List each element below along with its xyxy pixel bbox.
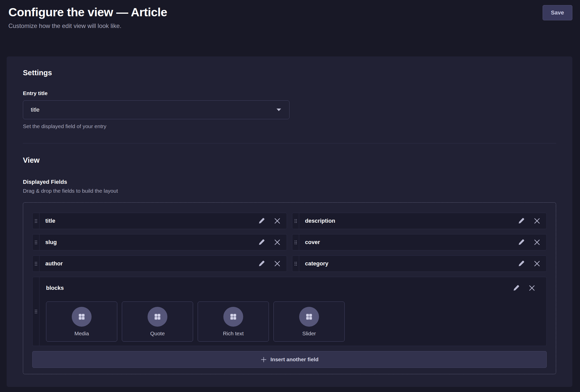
field-actions (512, 284, 541, 292)
field-actions (517, 234, 546, 250)
fields-drop-zone: title (23, 202, 556, 374)
grid-icon (154, 313, 161, 321)
close-icon (529, 285, 535, 291)
edit-field-button[interactable] (512, 284, 520, 292)
insert-another-field-label: Insert another field (270, 356, 318, 363)
settings-heading: Settings (23, 69, 556, 77)
grid-icon (305, 313, 313, 321)
component-label: Quote (150, 330, 165, 337)
drag-dots-icon (35, 240, 37, 245)
component-circle (299, 307, 319, 327)
close-icon (534, 218, 540, 224)
drag-dots-icon (294, 262, 297, 266)
field-row-title: title (32, 213, 287, 229)
fields-grid: title (32, 213, 547, 272)
drag-dots-icon (35, 309, 37, 314)
page-header-text: Configure the view — Article Customize h… (8, 5, 167, 29)
component-card-rich-text[interactable]: Rich text (198, 301, 269, 342)
field-row-slug: slug (32, 234, 287, 250)
component-card-media[interactable]: Media (46, 301, 117, 342)
component-label: Media (74, 330, 89, 337)
pencil-icon (518, 239, 525, 246)
section-divider (23, 143, 556, 143)
component-label: Rich text (223, 330, 244, 337)
field-name: category (299, 256, 517, 272)
edit-field-button[interactable] (257, 238, 266, 247)
remove-field-button[interactable] (533, 259, 541, 268)
remove-field-button[interactable] (533, 238, 541, 247)
remove-field-button[interactable] (273, 217, 282, 225)
component-card-quote[interactable]: Quote (122, 301, 193, 342)
edit-field-button[interactable] (517, 217, 526, 225)
grid-icon (78, 313, 85, 321)
field-name: title (39, 213, 257, 229)
view-section: View Displayed Fields Drag & drop the fi… (23, 156, 556, 374)
edit-field-button[interactable] (517, 238, 526, 247)
field-row-blocks: blocks (32, 277, 547, 346)
drag-dots-icon (294, 219, 297, 223)
insert-another-field-button[interactable]: Insert another field (32, 351, 547, 368)
field-actions (517, 213, 546, 229)
displayed-fields-heading: Displayed Fields (23, 179, 556, 185)
component-cards: Media Quote (46, 301, 541, 342)
field-row-description: description (292, 213, 547, 229)
component-circle (223, 307, 243, 327)
blocks-content: blocks (39, 277, 546, 346)
pencil-icon (258, 218, 265, 224)
edit-field-button[interactable] (257, 217, 266, 225)
component-circle (148, 307, 167, 327)
drag-handle-icon[interactable] (33, 277, 39, 346)
settings-section: Settings Entry title title Set the displ… (23, 69, 556, 129)
field-actions (257, 213, 287, 229)
component-label: Slider (302, 330, 316, 337)
edit-field-button[interactable] (517, 259, 526, 268)
pencil-icon (518, 260, 525, 267)
close-icon (534, 260, 540, 267)
field-name: author (39, 256, 257, 272)
field-name: cover (299, 234, 517, 250)
edit-field-button[interactable] (257, 259, 266, 268)
plus-icon (260, 356, 267, 363)
save-button[interactable]: Save (543, 5, 572, 20)
field-actions (257, 234, 287, 250)
drag-handle-icon[interactable] (33, 213, 39, 229)
blocks-header: blocks (46, 284, 541, 292)
displayed-fields-hint: Drag & drop the fields to build the layo… (23, 188, 556, 194)
field-row-category: category (292, 255, 547, 272)
pencil-icon (258, 239, 265, 246)
field-name: blocks (46, 285, 64, 291)
entry-title-select-value: title (31, 107, 39, 113)
remove-field-button[interactable] (273, 259, 282, 268)
entry-title-hint: Set the displayed field of your entry (23, 123, 556, 129)
drag-dots-icon (294, 240, 297, 245)
view-heading: View (23, 156, 556, 164)
page-subtitle: Customize how the edit view will look li… (8, 22, 167, 29)
entry-title-field-group: Entry title title Set the displayed fiel… (23, 90, 556, 129)
entry-title-label: Entry title (23, 90, 556, 96)
pencil-icon (258, 260, 265, 267)
close-icon (274, 218, 281, 224)
field-row-author: author (32, 255, 287, 272)
drag-dots-icon (35, 262, 37, 266)
drag-handle-icon[interactable] (33, 234, 39, 250)
chevron-down-icon (276, 108, 282, 111)
drag-handle-icon[interactable] (292, 234, 299, 250)
remove-field-button[interactable] (528, 284, 536, 292)
remove-field-button[interactable] (533, 217, 541, 225)
remove-field-button[interactable] (273, 238, 282, 247)
component-card-slider[interactable]: Slider (273, 301, 345, 342)
entry-title-select[interactable]: title (23, 100, 289, 119)
field-row-cover: cover (292, 234, 547, 250)
drag-handle-icon[interactable] (33, 256, 39, 272)
drag-handle-icon[interactable] (292, 256, 299, 272)
drag-handle-icon[interactable] (292, 213, 299, 229)
drag-dots-icon (35, 219, 37, 223)
close-icon (274, 260, 281, 267)
component-circle (72, 307, 92, 327)
field-actions (517, 256, 546, 272)
page-header: Configure the view — Article Customize h… (0, 0, 580, 29)
pencil-icon (518, 218, 525, 224)
pencil-icon (513, 285, 519, 291)
page-title: Configure the view — Article (8, 5, 167, 19)
close-icon (274, 239, 281, 246)
